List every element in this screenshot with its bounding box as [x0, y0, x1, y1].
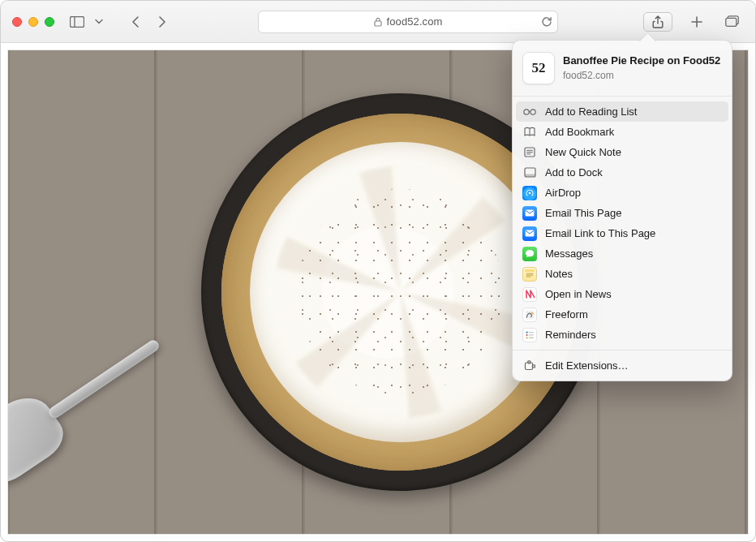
close-window-button[interactable] [12, 17, 22, 27]
svg-rect-2 [375, 21, 381, 26]
share-button[interactable] [643, 12, 672, 32]
freeform-icon [522, 308, 537, 322]
reading-list-icon [522, 105, 537, 119]
svg-rect-14 [525, 269, 535, 272]
share-item-label: Add to Dock [545, 166, 603, 179]
share-item-label: Freeform [545, 308, 588, 320]
zoom-window-button[interactable] [45, 17, 54, 27]
address-host: food52.com [387, 15, 443, 28]
quick-note-icon [522, 145, 537, 160]
svg-point-17 [526, 333, 528, 335]
mail-icon [522, 226, 537, 241]
share-item-freeform[interactable]: Freeform [516, 304, 728, 325]
svg-point-19 [526, 337, 528, 338]
share-item-label: New Quick Note [545, 146, 621, 158]
share-item-label: Email This Page [545, 207, 621, 219]
share-item-edit-extensions[interactable]: Edit Extensions… [516, 355, 728, 376]
svg-rect-0 [71, 16, 84, 27]
share-item-email-page[interactable]: Email This Page [516, 203, 728, 223]
svg-rect-20 [529, 337, 534, 338]
reminders-icon [522, 328, 537, 342]
new-tab-button[interactable] [685, 11, 708, 32]
share-item-notes[interactable]: Notes [516, 264, 728, 284]
svg-rect-18 [529, 334, 534, 335]
share-item-label: Edit Extensions… [545, 359, 629, 372]
extensions-icon [522, 359, 537, 373]
svg-rect-4 [726, 18, 737, 26]
svg-rect-10 [525, 174, 535, 177]
share-item-airdrop[interactable]: AirDrop [516, 183, 728, 203]
svg-point-15 [526, 331, 528, 333]
share-item-label: Email Link to This Page [545, 227, 655, 239]
pie-server-utensil [7, 306, 187, 493]
bookmark-icon [522, 125, 537, 140]
airdrop-icon [522, 186, 537, 200]
share-menu: Add to Reading List Add Bookmark New Qui… [513, 100, 732, 346]
svg-point-6 [530, 109, 535, 114]
lock-icon [374, 17, 382, 27]
minimize-window-button[interactable] [28, 17, 38, 27]
share-item-label: Notes [545, 268, 573, 280]
forward-button[interactable] [150, 11, 173, 32]
share-item-label: Add Bookmark [545, 126, 614, 138]
svg-rect-16 [529, 332, 534, 333]
share-sheet-title: Banoffee Pie Recipe on Food52 [563, 54, 720, 67]
share-item-messages[interactable]: Messages [516, 243, 728, 264]
share-item-reading-list[interactable]: Add to Reading List [516, 101, 728, 122]
mail-icon [522, 206, 537, 221]
share-item-quick-note[interactable]: New Quick Note [516, 142, 728, 162]
back-button[interactable] [124, 11, 147, 32]
messages-icon [522, 247, 537, 261]
share-item-label: Open in News [545, 288, 612, 300]
share-item-news[interactable]: Open in News [516, 284, 728, 304]
svg-rect-23 [533, 365, 535, 368]
share-item-reminders[interactable]: Reminders [516, 325, 728, 345]
reload-button[interactable] [541, 16, 552, 28]
site-favicon: 52 [522, 52, 555, 84]
share-item-add-bookmark[interactable]: Add Bookmark [516, 122, 728, 142]
share-item-email-link[interactable]: Email Link to This Page [516, 223, 728, 243]
share-item-label: AirDrop [545, 187, 581, 199]
address-bar[interactable]: food52.com [258, 11, 558, 33]
tab-overview-button[interactable] [721, 11, 744, 32]
share-item-label: Reminders [545, 329, 596, 341]
tab-group-menu-button[interactable] [92, 11, 106, 32]
share-item-label: Messages [545, 247, 593, 260]
news-icon [522, 287, 537, 302]
share-sheet-domain: food52.com [563, 70, 720, 82]
share-item-add-to-dock[interactable]: Add to Dock [516, 162, 728, 183]
dock-icon [522, 166, 537, 180]
svg-rect-22 [528, 361, 530, 363]
share-item-label: Add to Reading List [545, 105, 637, 118]
window-controls [12, 17, 54, 27]
safari-window: food52.com [0, 0, 756, 542]
notes-icon [522, 267, 537, 282]
svg-point-11 [529, 191, 531, 194]
share-popover: 52 Banoffee Pie Recipe on Food52 food52.… [512, 40, 732, 381]
svg-point-5 [524, 109, 529, 114]
sidebar-toggle-button[interactable] [66, 11, 88, 32]
